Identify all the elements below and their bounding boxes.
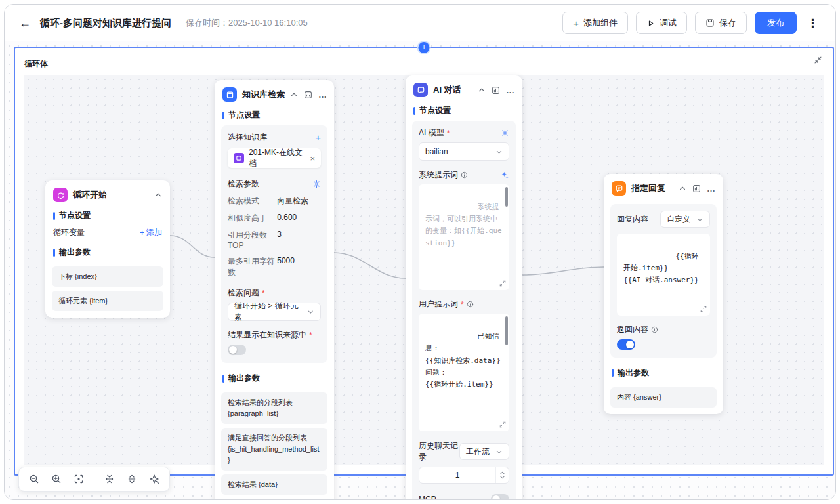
- canvas-toolbar: [18, 467, 170, 492]
- ai-model-value: bailian: [425, 147, 448, 156]
- search-params-title: 检索参数: [228, 178, 259, 190]
- auto-layout-button[interactable]: [144, 469, 164, 489]
- node-title: 指定回复: [631, 182, 673, 194]
- stepper-down-icon[interactable]: [499, 475, 505, 480]
- ai-chat-icon: [413, 83, 428, 97]
- top-bar: ← 循环-多问题对知识库进行提问 保存时间：2025-10-10 16:10:0…: [5, 5, 835, 41]
- param-value: 5000: [277, 256, 295, 278]
- output-param: 内容 {answer}: [610, 387, 717, 408]
- zoom-in-button[interactable]: [47, 469, 66, 489]
- collapse-node-icon[interactable]: [679, 184, 686, 192]
- user-prompt-textarea[interactable]: 已知信息： {{知识库检索.data}} 问题： {{循环开始.item}}: [419, 314, 509, 431]
- node-reply-header[interactable]: 指定回复 …: [604, 174, 723, 200]
- mcp-label: MCP: [419, 495, 436, 500]
- plus-icon: +: [140, 228, 144, 238]
- stepper-up-icon[interactable]: [499, 471, 505, 475]
- save-button[interactable]: 保存: [695, 12, 747, 34]
- reply-content-label: 回复内容: [617, 214, 648, 225]
- model-settings-gear-icon[interactable]: [501, 129, 509, 137]
- node-more-icon[interactable]: …: [318, 91, 327, 99]
- node-reply[interactable]: 指定回复 … 回复内容 自定义: [604, 174, 723, 414]
- debug-button[interactable]: 调试: [636, 12, 687, 34]
- history-rounds-input[interactable]: 1: [419, 467, 509, 484]
- sys-prompt-textarea[interactable]: 系统提示词，可以引用系统中的变量：如{{开始.question}}: [419, 184, 509, 290]
- node-ai-header[interactable]: AI 对话 …: [406, 75, 522, 102]
- run-result-icon[interactable]: [304, 91, 312, 99]
- run-result-icon[interactable]: [692, 184, 701, 193]
- info-icon: [461, 171, 468, 178]
- add-loop-var-button[interactable]: + 添加: [140, 227, 162, 238]
- add-kb-icon[interactable]: +: [315, 132, 321, 143]
- param-value: 向量检索: [277, 196, 308, 207]
- collapse-loop-icon[interactable]: [814, 56, 822, 64]
- output-param: 循环元素 {item}: [52, 291, 163, 311]
- loop-add-node-button[interactable]: +: [419, 42, 430, 53]
- workflow-canvas[interactable]: + 循环体 循环开始 节点设置: [5, 41, 835, 499]
- add-component-label: 添加组件: [583, 17, 618, 29]
- show-in-source-label: 结果显示在知识来源中: [228, 329, 306, 341]
- zoom-out-button[interactable]: [24, 469, 44, 489]
- collapse-node-icon[interactable]: [154, 191, 162, 199]
- param-label: 相似度高于: [228, 213, 277, 224]
- section-output-params: 输出参数: [45, 243, 170, 261]
- run-result-icon[interactable]: [492, 86, 500, 94]
- add-component-button[interactable]: + 添加组件: [562, 12, 628, 34]
- publish-label: 发布: [767, 17, 784, 29]
- kb-tag[interactable]: 201-MK-在线文档 ×: [228, 148, 321, 168]
- node-more-icon[interactable]: …: [707, 184, 715, 193]
- expand-icon[interactable]: [499, 421, 506, 428]
- node-kb-header[interactable]: 知识库检索 …: [215, 80, 334, 106]
- node-ai-chat[interactable]: AI 对话 … 节点设置 AI 模型* bailian: [406, 75, 522, 500]
- reply-content-textarea[interactable]: {{循环开始.item}} {{AI 对话.answer}}: [617, 234, 710, 316]
- node-more-icon[interactable]: …: [506, 86, 514, 94]
- expand-icon[interactable]: [700, 306, 707, 312]
- return-content-toggle[interactable]: [617, 339, 635, 350]
- required-mark: *: [309, 331, 312, 340]
- params-settings-gear-icon[interactable]: [312, 180, 321, 188]
- knowledge-base-icon: [222, 87, 237, 102]
- ai-model-label: AI 模型: [419, 127, 444, 138]
- required-mark: *: [262, 289, 265, 298]
- scrollbar[interactable]: [505, 187, 508, 207]
- history-mode-select[interactable]: 工作流: [459, 443, 509, 460]
- node-kb-search[interactable]: 知识库检索 … 节点设置 选择知识库 + 201-M: [215, 80, 334, 500]
- reply-mode-select[interactable]: 自定义: [660, 211, 710, 228]
- loop-body-label: 循环体: [24, 58, 48, 70]
- expand-all-button[interactable]: [122, 469, 142, 489]
- sys-prompt-placeholder: 系统提示词，可以引用系统中的变量：如{{开始.question}}: [425, 203, 502, 247]
- show-in-source-toggle[interactable]: [228, 345, 246, 355]
- info-icon: [467, 301, 474, 308]
- param-label: 检索模式: [228, 196, 277, 207]
- ai-model-select[interactable]: bailian: [419, 142, 509, 161]
- history-mode-value: 工作流: [466, 446, 490, 457]
- param-value: 0.600: [277, 213, 297, 224]
- output-param: 下标 {index}: [52, 266, 163, 287]
- ai-generate-sparkle-icon[interactable]: [501, 171, 509, 179]
- node-loop-start[interactable]: 循环开始 节点设置 循环变量 + 添加 输出参数 下标 {index} 循环元素…: [45, 180, 170, 318]
- collapse-all-button[interactable]: [100, 469, 119, 489]
- debug-label: 调试: [660, 17, 677, 29]
- remove-kb-icon[interactable]: ×: [310, 154, 315, 163]
- kb-doc-icon: [234, 153, 244, 163]
- section-node-settings: 节点设置: [215, 106, 334, 124]
- mcp-toggle[interactable]: [491, 494, 509, 500]
- back-icon[interactable]: ←: [19, 16, 31, 30]
- publish-button[interactable]: 发布: [755, 12, 797, 34]
- fit-view-button[interactable]: [69, 469, 89, 489]
- collapse-node-icon[interactable]: [290, 91, 298, 98]
- expand-icon[interactable]: [499, 280, 506, 287]
- section-node-settings: 节点设置: [406, 102, 522, 119]
- more-menu-icon[interactable]: ⋮: [805, 16, 821, 30]
- scrollbar[interactable]: [505, 316, 508, 345]
- number-stepper[interactable]: [495, 467, 509, 483]
- param-label: 引用分段数 TOP: [228, 230, 277, 250]
- collapse-node-icon[interactable]: [478, 86, 486, 94]
- query-source-select[interactable]: 循环开始 > 循环元素: [228, 303, 321, 321]
- select-kb-label: 选择知识库: [228, 132, 267, 143]
- sys-prompt-label: 系统提示词: [419, 169, 458, 180]
- user-prompt-value: 已知信息： {{知识库检索.data}} 问题： {{循环开始.item}}: [425, 332, 501, 388]
- user-prompt-label: 用户提示词: [419, 299, 458, 310]
- node-loop-start-header[interactable]: 循环开始: [45, 180, 170, 207]
- history-label: 历史聊天记录: [419, 440, 459, 463]
- chevron-down-icon: [495, 148, 503, 156]
